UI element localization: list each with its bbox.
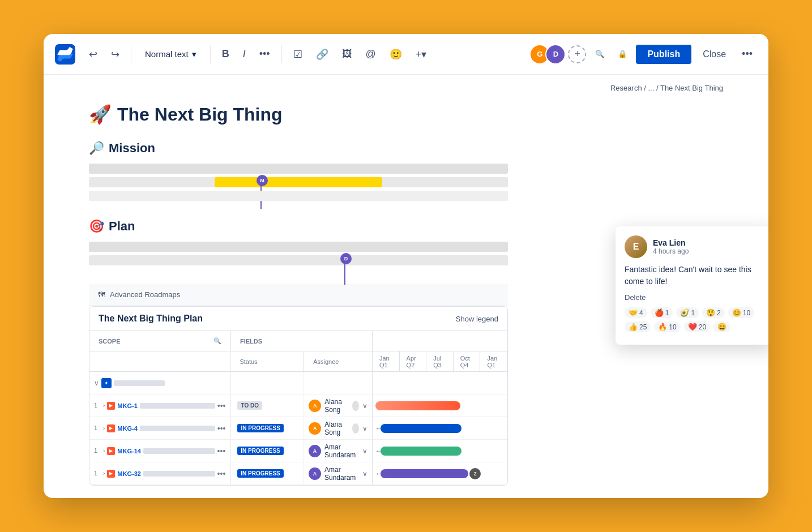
- status-badge-inprogress: IN PROGRESS: [237, 424, 283, 432]
- italic-button[interactable]: I: [238, 45, 250, 63]
- search-icon[interactable]: 🔍: [213, 337, 221, 345]
- row-more-button[interactable]: •••: [217, 447, 226, 456]
- parent-chevron-icon[interactable]: ∨: [94, 379, 99, 387]
- redo-button[interactable]: ↪: [106, 45, 124, 64]
- breadcrumb-ellipsis[interactable]: ...: [648, 84, 654, 92]
- roadmap-plan-title: The Next Big Thing Plan: [99, 314, 203, 324]
- page-content: 🚀 The Next Big Thing 🔎 Mission M: [44, 92, 553, 497]
- assignee-name: Alana Song: [324, 398, 348, 414]
- timeline-marker-d: D: [340, 253, 352, 264]
- fields-col-header: FIELDS: [240, 338, 262, 345]
- reaction-chip-surprised[interactable]: 😲 2: [702, 307, 725, 318]
- reaction-chip-smile[interactable]: 😊 10: [728, 307, 754, 318]
- row-chevron[interactable]: ›: [103, 425, 105, 431]
- reaction-chip-smiley[interactable]: 😄: [713, 321, 730, 332]
- close-button[interactable]: Close: [696, 45, 733, 64]
- fire-emoji: 🔥: [658, 323, 667, 331]
- plan-text[interactable]: Plan: [109, 219, 135, 234]
- row-chevron[interactable]: ›: [103, 448, 105, 454]
- breadcrumb-current: The Next Big Thing: [660, 84, 723, 92]
- mission-text[interactable]: Mission: [109, 141, 155, 156]
- thumbs-emoji: 👍: [629, 323, 638, 331]
- collaborator-avatars: G D +: [529, 44, 586, 65]
- row-chevron[interactable]: ›: [103, 402, 105, 409]
- row-more-button[interactable]: •••: [217, 401, 226, 410]
- reaction-chip-fire[interactable]: 🔥 10: [654, 321, 680, 332]
- collaborator-avatar-2: D: [545, 44, 566, 65]
- delete-button[interactable]: Delete: [625, 293, 765, 302]
- dropdown-arrow[interactable]: ∨: [362, 447, 367, 455]
- breadcrumb-separator-2: /: [656, 84, 660, 92]
- mission-heading: 🔎 Mission: [89, 141, 508, 156]
- confluence-logo: [55, 44, 75, 65]
- toolbar-divider-2: [210, 45, 211, 63]
- reaction-row-1: 🤝 4 🍎 1 🥑 1 😲 2 😊 10: [625, 307, 765, 318]
- title-emoji: 🚀: [89, 104, 112, 125]
- add-collaborator-button[interactable]: +: [568, 45, 586, 63]
- row-more-button[interactable]: •••: [217, 469, 226, 478]
- issue-type-icon: ▶: [107, 402, 115, 410]
- issue-key-mkg4[interactable]: MKG-4: [117, 425, 137, 432]
- smiley-emoji: 😄: [717, 323, 726, 331]
- insert-plus-button[interactable]: +▾: [411, 45, 431, 64]
- table-row-parent: ∨ ✦: [89, 372, 507, 394]
- dropdown-arrow[interactable]: ∨: [362, 424, 367, 432]
- bold-button[interactable]: B: [217, 45, 234, 63]
- row-chevron[interactable]: ›: [103, 470, 105, 477]
- roadmap-section-container: 🗺 Advanced Roadmaps The Next Big Thing P…: [89, 284, 508, 486]
- issue-key-mkg14[interactable]: MKG-14: [117, 448, 141, 454]
- reaction-chip-avocado[interactable]: 🥑 1: [676, 307, 699, 318]
- plan-emoji: 🎯: [89, 219, 104, 234]
- reaction-chip-heart[interactable]: ❤️ 20: [684, 321, 710, 332]
- undo-button[interactable]: ↩: [84, 45, 102, 64]
- row-num: 1: [94, 402, 101, 409]
- show-legend-button[interactable]: Show legend: [456, 315, 498, 323]
- comment-text: Fantastic idea! Can't wait to see this c…: [625, 264, 765, 288]
- timeline-bar-3: [89, 191, 508, 201]
- mention-button[interactable]: @: [361, 45, 381, 63]
- row-more-button[interactable]: •••: [217, 424, 226, 433]
- reaction-chip-apple[interactable]: 🍎 1: [651, 307, 673, 318]
- dropdown-arrow[interactable]: ∨: [362, 470, 367, 478]
- reaction-chip-thumbs[interactable]: 👍 25: [625, 321, 651, 332]
- emoji-button[interactable]: 🙂: [385, 45, 407, 64]
- search-button[interactable]: 🔍: [591, 45, 609, 63]
- scope-col-header: SCOPE 🔍: [89, 331, 231, 351]
- link-button[interactable]: 🔗: [311, 45, 333, 64]
- breadcrumb-research[interactable]: Research: [610, 84, 642, 92]
- row-num: 1: [94, 470, 101, 477]
- reaction-count: 20: [699, 323, 706, 331]
- left-cols: SCOPE 🔍 FIELDS Status: [89, 331, 373, 372]
- title-text[interactable]: The Next Big Thing: [117, 104, 283, 125]
- dropdown-arrow[interactable]: ∨: [362, 402, 367, 410]
- issue-type-icon: ▶: [107, 424, 115, 432]
- reaction-count: 4: [639, 309, 643, 317]
- quarter-apr-q2: Apr Q2: [400, 351, 427, 371]
- reaction-count: 10: [669, 323, 676, 331]
- assignee-settings-button[interactable]: [352, 423, 359, 434]
- gantt-bar-mkg1: [375, 401, 460, 410]
- publish-button[interactable]: Publish: [636, 45, 691, 64]
- checkbox-button[interactable]: ☑: [289, 45, 307, 64]
- plan-bar-1: [89, 242, 508, 252]
- reaction-chip-handshake[interactable]: 🤝 4: [625, 307, 647, 318]
- more-options-button[interactable]: •••: [737, 45, 757, 63]
- issue-key-mkg32[interactable]: MKG-32: [117, 470, 141, 477]
- assignee-avatar: A: [309, 467, 321, 480]
- table-row: 1 › ▶ MKG-1 ••• TO DO: [89, 394, 507, 417]
- assignee-avatar: A: [309, 445, 321, 457]
- breadcrumb: Research / ... / The Next Big Thing: [44, 75, 768, 92]
- text-style-dropdown[interactable]: Normal text ▾: [138, 46, 203, 63]
- roadmap-section-header: 🗺 Advanced Roadmaps: [89, 284, 508, 306]
- gantt-bar-mkg4: [381, 424, 461, 433]
- comment-panel: E Eva Lien 4 hours ago Fantastic idea! C…: [616, 226, 768, 345]
- lock-button[interactable]: 🔒: [613, 45, 631, 63]
- page-title: 🚀 The Next Big Thing: [89, 104, 508, 125]
- issue-label-bar: [140, 426, 215, 431]
- quarter-jan-q1: Jan Q1: [373, 351, 400, 371]
- assignee-settings-button[interactable]: [352, 401, 359, 411]
- image-button[interactable]: 🖼: [337, 45, 357, 63]
- issue-key-mkg1[interactable]: MKG-1: [117, 402, 137, 409]
- assignee-name: Alana Song: [324, 421, 348, 436]
- more-formatting-button[interactable]: •••: [255, 45, 275, 63]
